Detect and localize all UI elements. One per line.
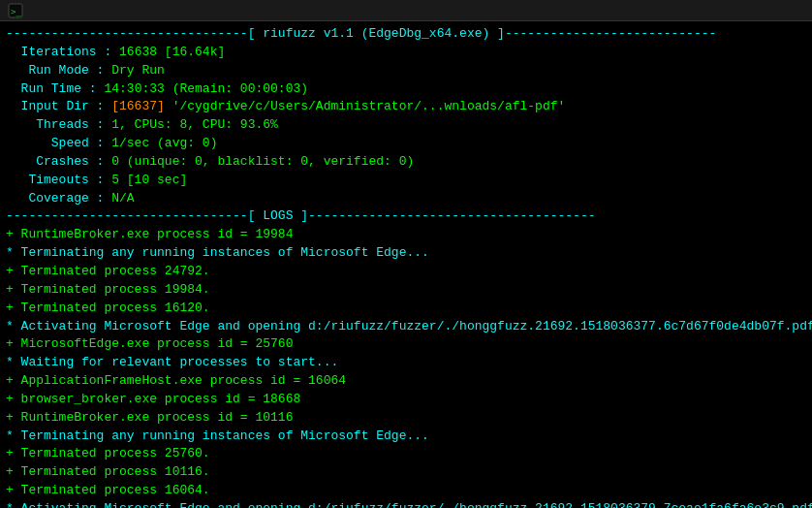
title-bar-left: >_	[8, 3, 29, 18]
terminal-line: + Terminated process 25760.	[6, 445, 806, 463]
terminal-line: + Terminated process 16120.	[6, 300, 806, 318]
terminal-line: + Terminated process 10116.	[6, 463, 806, 482]
terminal-icon: >_	[8, 3, 23, 18]
terminal-line: * Activating Microsoft Edge and opening …	[6, 318, 806, 336]
terminal-line: + ApplicationFrameHost.exe process id = …	[6, 372, 806, 391]
terminal-line: * Terminating any running instances of M…	[6, 428, 806, 446]
terminal-line: Timeouts : 5 [10 sec]	[6, 172, 806, 190]
terminal-line: Run Time : 14:30:33 (Remain: 00:00:03)	[6, 80, 806, 99]
terminal-line: + MicrosoftEdge.exe process id = 25760	[6, 335, 806, 354]
terminal-line: + RuntimeBroker.exe process id = 10116	[6, 409, 806, 428]
terminal-line: Run Mode : Dry Run	[6, 62, 806, 80]
title-bar: >_	[0, 0, 812, 21]
terminal-line: Crashes : 0 (unique: 0, blacklist: 0, ve…	[6, 153, 806, 172]
terminal-line: + Terminated process 24792.	[6, 263, 806, 281]
terminal-line: Speed : 1/sec (avg: 0)	[6, 135, 806, 153]
terminal-line: Iterations : 16638 [16.64k]	[6, 44, 806, 62]
terminal-line: + browser_broker.exe process id = 18668	[6, 391, 806, 409]
terminal-line: Coverage : N/A	[6, 190, 806, 208]
terminal-line: * Waiting for relevant processes to star…	[6, 354, 806, 372]
terminal-line: * Terminating any running instances of M…	[6, 244, 806, 263]
terminal-line: --------------------------------[ LOGS ]…	[6, 207, 806, 226]
terminal-output: --------------------------------[ riufuz…	[0, 21, 812, 508]
terminal-line: + Terminated process 19984.	[6, 281, 806, 300]
terminal-line: * Activating Microsoft Edge and opening …	[6, 500, 806, 508]
terminal-line: Threads : 1, CPUs: 8, CPU: 93.6%	[6, 116, 806, 135]
terminal-line: + Terminated process 16064.	[6, 482, 806, 500]
terminal-line: --------------------------------[ riufuz…	[6, 25, 806, 44]
svg-text:>_: >_	[11, 7, 21, 16]
terminal-line: + RuntimeBroker.exe process id = 19984	[6, 226, 806, 244]
terminal-line: Input Dir : [16637] '/cygdrive/c/Users/A…	[6, 98, 806, 116]
